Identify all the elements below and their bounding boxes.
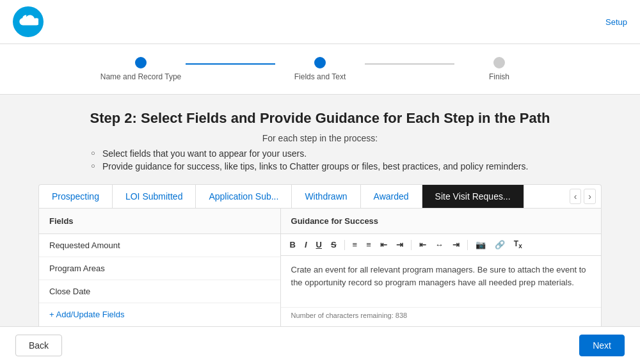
guidance-header: Guidance for Success: [281, 209, 601, 234]
tab-loi-submitted[interactable]: LOI Submitted: [113, 185, 196, 208]
step-1: Name and Record Type: [96, 57, 186, 81]
stepper-section: Name and Record Type Fields and Text Fin…: [0, 44, 640, 95]
field-program-areas: Program Areas: [39, 257, 280, 280]
main-content: Step 2: Select Fields and Provide Guidan…: [0, 95, 640, 364]
tabs-container: Prospecting LOI Submitted Application Su…: [38, 184, 602, 208]
tab-withdrawn[interactable]: Withdrawn: [292, 185, 360, 208]
next-button[interactable]: Next: [579, 335, 625, 356]
ordered-list-button[interactable]: ≡: [364, 239, 374, 251]
step-3-label: Finish: [489, 72, 509, 81]
instructions: Select fields that you want to appear fo…: [90, 148, 550, 171]
step-connector-1: [186, 63, 275, 65]
step-2-label: Fields and Text: [294, 72, 346, 81]
bold-button[interactable]: B: [287, 239, 298, 251]
top-bar: Setup: [0, 0, 640, 44]
field-close-date: Close Date: [39, 280, 280, 303]
stepper: Name and Record Type Fields and Text Fin…: [96, 57, 544, 81]
sep-3: [467, 240, 468, 250]
step-2: Fields and Text: [275, 57, 365, 81]
underline-button[interactable]: U: [314, 239, 324, 251]
tab-application-sub[interactable]: Application Sub...: [196, 185, 292, 208]
step-3: Finish: [454, 57, 544, 81]
indent-button[interactable]: ⇥: [394, 239, 406, 251]
back-button[interactable]: Back: [15, 335, 62, 356]
subtitle: For each step in the process:: [38, 133, 602, 143]
strikethrough-button[interactable]: S: [328, 239, 339, 251]
add-update-fields-link[interactable]: + Add/Update Fields: [39, 303, 280, 326]
step-1-circle: [135, 57, 147, 68]
sep-1: [344, 240, 345, 250]
instruction-1: Select fields that you want to appear fo…: [102, 148, 550, 159]
fields-header: Fields: [39, 209, 280, 234]
tab-awarded[interactable]: Awarded: [361, 185, 422, 208]
page-title: Step 2: Select Fields and Provide Guidan…: [38, 110, 602, 127]
tab-nav: ‹ ›: [564, 189, 601, 204]
step-3-circle: [493, 57, 505, 68]
align-left-button[interactable]: ⇤: [417, 239, 429, 251]
guidance-text[interactable]: Crate an event for all relevant program …: [281, 256, 601, 307]
clear-format-button[interactable]: Tx: [511, 238, 525, 251]
outdent-button[interactable]: ⇤: [378, 239, 390, 251]
instruction-2: Provide guidance for success, like tips,…: [102, 161, 550, 171]
step-connector-2: [365, 63, 454, 65]
step-1-label: Name and Record Type: [100, 72, 182, 81]
footer: Back Next: [0, 326, 640, 364]
tab-prospecting[interactable]: Prospecting: [39, 185, 113, 208]
field-requested-amount: Requested Amount: [39, 234, 280, 257]
link-button[interactable]: 🔗: [492, 239, 508, 251]
tab-wrapper: Prospecting LOI Submitted Application Su…: [39, 185, 564, 208]
tab-prev-arrow[interactable]: ‹: [570, 189, 582, 204]
sep-2: [411, 240, 412, 250]
tab-next-arrow[interactable]: ›: [584, 189, 596, 204]
setup-link[interactable]: Setup: [605, 17, 627, 27]
step-2-circle: [314, 57, 326, 68]
editor-toolbar: B I U S ≡ ≡ ⇤ ⇥ ⇤ ↔ ⇥ 📷 🔗 Tx: [281, 234, 601, 256]
char-count: Number of characters remaining: 838: [281, 307, 601, 326]
align-right-button[interactable]: ⇥: [450, 239, 462, 251]
image-button[interactable]: 📷: [473, 239, 488, 251]
tab-site-visit[interactable]: Site Visit Reques...: [422, 185, 524, 208]
salesforce-logo: [13, 6, 44, 37]
align-center-button[interactable]: ↔: [433, 239, 446, 251]
unordered-list-button[interactable]: ≡: [350, 239, 360, 251]
italic-button[interactable]: I: [302, 239, 310, 251]
